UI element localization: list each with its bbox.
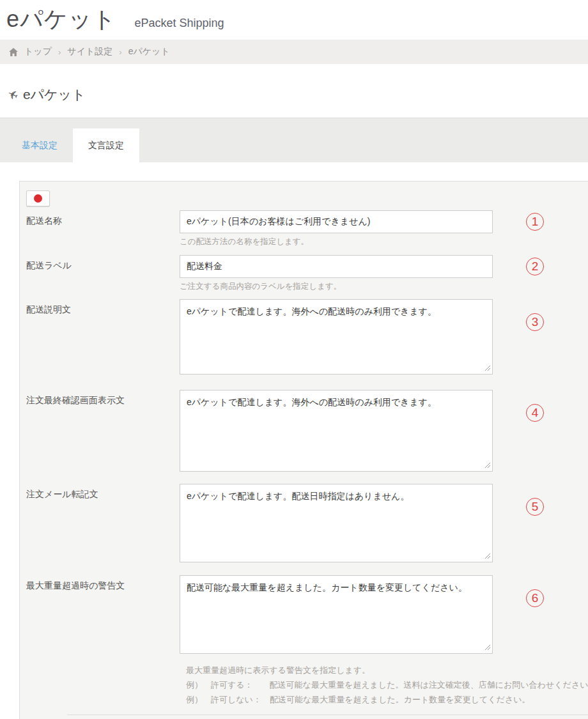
- field-row-max-weight-warning: 最大重量超過時の警告文 配送可能な最大重量を超えました。カート数量を変更してくだ…: [26, 575, 588, 654]
- order-confirm-textarea[interactable]: eパケットで配達します。海外への配送時のみ利用できます。: [180, 390, 493, 472]
- field-help: この配送方法の名称を指定します。: [180, 236, 493, 248]
- tab-bar: 基本設定 文言設定: [0, 118, 588, 162]
- breadcrumb-item-current: eパケット: [128, 46, 170, 58]
- annotation-circle-5: 5: [526, 498, 544, 516]
- paper-plane-icon: ✈: [5, 86, 20, 104]
- shipping-name-input[interactable]: [180, 210, 493, 233]
- field-label: 注文メール転記文: [26, 484, 180, 500]
- warning-help-line: 例） 許可する： 配送可能な最大重量を超えました。送料は注文確定後、店舗にお問い…: [186, 677, 588, 692]
- field-label: 配送ラベル: [26, 255, 180, 272]
- breadcrumb-item-site-settings[interactable]: サイト設定: [67, 46, 112, 58]
- field-row-shipping-name: 配送名称 この配送方法の名称を指定します。 1: [26, 210, 588, 248]
- japan-flag-icon[interactable]: [26, 190, 50, 206]
- field-row-order-mail-text: 注文メール転記文 eパケットで配達します。配送日時指定はありません。 5: [26, 484, 588, 562]
- field-label: 最大重量超過時の警告文: [26, 575, 180, 592]
- shipping-description-textarea[interactable]: eパケットで配達します。海外への配送時のみ利用できます。: [180, 299, 493, 375]
- tab-basic-settings[interactable]: 基本設定: [6, 128, 73, 162]
- field-label: 配送説明文: [26, 299, 180, 316]
- field-label: 注文最終確認画面表示文: [26, 390, 180, 406]
- field-help: ご注文する商品内容のラベルを指定します。: [180, 281, 493, 293]
- section-header: ✈ eパケット: [8, 83, 588, 106]
- annotation-circle-1: 1: [526, 213, 544, 231]
- panel-bottom-divider: [67, 715, 588, 715]
- section-title: eパケット: [23, 86, 86, 104]
- warning-help-line: 最大重量超過時に表示する警告文を指定します。: [186, 663, 588, 677]
- page-header: eパケット ePacket Shipping: [0, 0, 588, 40]
- breadcrumb-separator: ›: [58, 47, 61, 57]
- text-settings-panel: 配送名称 この配送方法の名称を指定します。 1 配送ラベル ご注文する商品内容の…: [19, 181, 588, 719]
- field-label: 配送名称: [26, 210, 180, 227]
- japan-flag-dot: [34, 194, 42, 203]
- annotation-circle-6: 6: [526, 589, 544, 607]
- field-row-shipping-description: 配送説明文 eパケットで配達します。海外への配送時のみ利用できます。 3: [26, 299, 588, 375]
- breadcrumb-item-top[interactable]: トップ: [24, 46, 52, 58]
- home-icon[interactable]: [9, 48, 18, 56]
- field-row-shipping-label: 配送ラベル ご注文する商品内容のラベルを指定します。 2: [26, 255, 588, 293]
- warning-help-line: 例） 許可しない： 配送可能な最大重量を超えました。カート数量を変更してください…: [186, 692, 588, 707]
- warning-help-block: 最大重量超過時に表示する警告文を指定します。 例） 許可する： 配送可能な最大重…: [186, 663, 588, 707]
- field-row-order-confirm-text: 注文最終確認画面表示文 eパケットで配達します。海外への配送時のみ利用できます。…: [26, 390, 588, 472]
- shipping-label-input[interactable]: [180, 255, 493, 278]
- annotation-circle-2: 2: [526, 258, 544, 275]
- annotation-circle-3: 3: [526, 313, 544, 331]
- annotation-circle-4: 4: [526, 404, 544, 422]
- max-weight-warning-textarea[interactable]: 配送可能な最大重量を超えました。カート数量を変更してください。: [180, 575, 493, 654]
- tab-text-settings[interactable]: 文言設定: [73, 128, 139, 162]
- page-subtitle: ePacket Shipping: [134, 17, 224, 30]
- breadcrumb: トップ › サイト設定 › eパケット: [0, 40, 588, 64]
- page-title: eパケット: [6, 4, 116, 35]
- breadcrumb-separator: ›: [119, 47, 121, 57]
- order-mail-textarea[interactable]: eパケットで配達します。配送日時指定はありません。: [180, 484, 493, 562]
